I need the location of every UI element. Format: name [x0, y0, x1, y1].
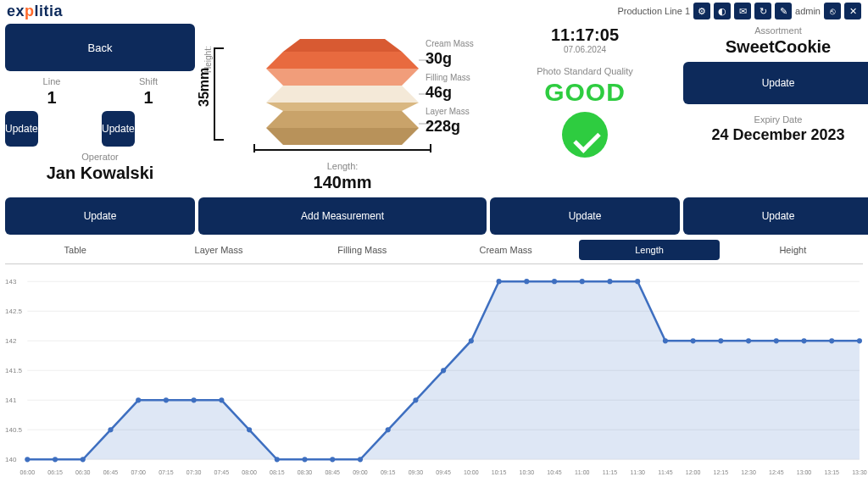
refresh-icon[interactable]: ↻ — [754, 3, 771, 19]
line-label: Line — [3, 76, 100, 86]
layer-layer-label: Layer Mass — [426, 107, 493, 116]
svg-marker-2 — [266, 86, 419, 103]
svg-point-41 — [691, 338, 696, 343]
close-icon[interactable]: ✕ — [844, 3, 861, 19]
x-tick: 09:15 — [381, 469, 396, 475]
layer-cream-value: 30g — [426, 50, 493, 68]
layer-cream-label: Cream Mass — [426, 39, 493, 48]
svg-point-29 — [358, 457, 363, 462]
x-tick: 06:15 — [47, 469, 63, 475]
clock-time: 11:17:05 — [488, 25, 682, 45]
svg-marker-1 — [266, 128, 419, 145]
x-tick: 09:30 — [409, 469, 424, 475]
shift-update-button[interactable]: Update — [102, 111, 135, 147]
operator-update-button[interactable]: Update — [5, 197, 195, 235]
svg-point-47 — [857, 338, 862, 343]
operator-label: Operator — [3, 152, 197, 162]
x-tick: 11:15 — [603, 469, 618, 475]
layer-filling-value: 46g — [426, 84, 493, 102]
x-tick: 06:45 — [103, 469, 119, 475]
svg-point-19 — [81, 457, 86, 462]
x-tick: 13:00 — [797, 469, 812, 475]
x-tick: 11:45 — [658, 469, 673, 475]
svg-marker-0 — [266, 111, 419, 128]
svg-marker-3 — [266, 103, 419, 111]
back-button[interactable]: Back — [5, 24, 195, 71]
length-value: 140mm — [197, 173, 488, 192]
y-tick: 142 — [5, 337, 16, 345]
expiry-label: Expiry Date — [682, 114, 868, 125]
svg-point-34 — [497, 279, 502, 284]
svg-point-30 — [386, 427, 391, 432]
svg-point-39 — [635, 279, 640, 284]
expiry-update-button[interactable]: Update — [683, 197, 868, 235]
x-tick: 06:00 — [20, 469, 36, 475]
height-value: 35mm — [197, 68, 212, 107]
svg-point-36 — [552, 279, 557, 284]
svg-point-35 — [524, 279, 529, 284]
assortment-value: SweetCookie — [682, 37, 868, 57]
svg-point-26 — [275, 457, 280, 462]
tab-length[interactable]: Length — [579, 240, 719, 260]
x-tick: 11:00 — [575, 469, 590, 475]
svg-point-40 — [663, 338, 668, 343]
svg-point-23 — [192, 397, 197, 402]
svg-point-38 — [607, 279, 612, 284]
x-tick: 08:30 — [298, 469, 313, 475]
x-tick: 08:00 — [242, 469, 257, 475]
x-tick: 12:15 — [714, 469, 729, 475]
svg-marker-5 — [266, 69, 419, 86]
x-tick: 12:45 — [769, 469, 784, 475]
x-tick: 07:30 — [186, 469, 202, 475]
x-tick: 10:45 — [547, 469, 562, 475]
layer-layer-value: 228g — [426, 118, 493, 136]
y-tick: 143 — [5, 278, 16, 286]
shift-label: Shift — [100, 76, 197, 86]
logout-icon[interactable]: ⎋ — [824, 3, 841, 19]
gear-icon[interactable]: ⚙ — [693, 3, 710, 19]
check-icon — [562, 112, 608, 158]
tab-table[interactable]: Table — [5, 240, 145, 260]
tab-filling-mass[interactable]: Filling Mass — [292, 240, 432, 260]
line-update-button[interactable]: Update — [5, 111, 38, 147]
svg-point-25 — [247, 427, 252, 432]
tab-layer-mass[interactable]: Layer Mass — [148, 240, 288, 260]
x-tick: 11:30 — [630, 469, 645, 475]
svg-marker-6 — [283, 39, 402, 52]
quality-update-button[interactable]: Update — [490, 197, 680, 235]
length-label: Length: — [197, 161, 488, 171]
y-tick: 140 — [5, 456, 16, 463]
shift-value: 1 — [100, 88, 197, 108]
product-diagram: Height: 35mm Cream Mass 30g — [197, 22, 488, 196]
y-tick: 140.5 — [5, 426, 22, 434]
svg-point-20 — [108, 427, 113, 432]
svg-point-22 — [164, 397, 169, 402]
assortment-label: Assortment — [682, 25, 868, 36]
user-label: admin — [795, 6, 821, 16]
x-tick: 12:00 — [686, 469, 701, 475]
svg-point-28 — [330, 457, 335, 462]
layer-filling-label: Filling Mass — [426, 73, 493, 82]
edit-icon[interactable]: ✎ — [775, 3, 792, 19]
quality-value: GOOD — [488, 78, 682, 107]
tab-height[interactable]: Height — [723, 240, 863, 260]
svg-point-31 — [413, 397, 418, 402]
x-tick: 09:00 — [353, 469, 368, 475]
moon-icon[interactable]: ◐ — [714, 3, 731, 19]
add-measurement-button[interactable]: Add Measurement — [198, 197, 487, 235]
x-tick: 06:30 — [75, 469, 91, 475]
x-tick: 07:00 — [131, 469, 146, 475]
quality-label: Photo Standard Quality — [488, 66, 682, 76]
svg-point-21 — [136, 397, 141, 402]
x-tick: 08:45 — [325, 469, 340, 475]
x-tick: 12:30 — [741, 469, 756, 475]
tab-cream-mass[interactable]: Cream Mass — [436, 240, 576, 260]
length-chart: 140140.5141141.5142142.5143 06:0006:1506… — [5, 263, 863, 475]
svg-point-24 — [219, 397, 224, 402]
y-tick: 141 — [5, 396, 16, 404]
mail-icon[interactable]: ✉ — [734, 3, 751, 19]
x-tick: 13:15 — [824, 469, 839, 475]
svg-point-45 — [801, 338, 806, 343]
y-tick: 142.5 — [5, 308, 22, 315]
assortment-update-button[interactable]: Update — [683, 62, 868, 104]
